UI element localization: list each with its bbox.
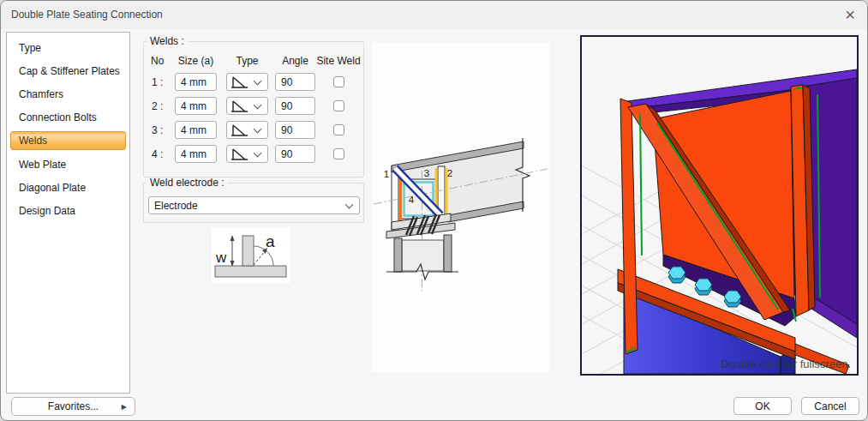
sidebar-item-label: Diagonal Plate <box>19 182 86 194</box>
sidebar-item-welds[interactable]: Welds <box>10 131 126 150</box>
weld-label-1: 1 <box>384 169 389 179</box>
fillet-weld-icon <box>229 123 249 137</box>
weld-angle-value: 90 <box>281 100 292 112</box>
weld-label-4: 4 <box>409 195 415 205</box>
fillet-weld-icon <box>229 147 249 161</box>
weld-size-input[interactable]: 4 mm <box>175 145 217 163</box>
sidebar-item-web-plate[interactable]: Web Plate <box>7 153 129 176</box>
site-weld-checkbox[interactable] <box>333 100 344 111</box>
weld-electrode-select[interactable]: Electrode <box>148 196 360 214</box>
weld-label-2: 2 <box>447 168 452 178</box>
fillet-weld-icon <box>229 75 249 89</box>
sidebar-item-label: Web Plate <box>19 159 66 171</box>
weld-angle-value: 90 <box>281 148 292 160</box>
weld-electrode-value: Electrode <box>149 200 198 212</box>
weld-size-input[interactable]: 4 mm <box>175 121 217 139</box>
viewport-3d[interactable]: Double click for fullscreen. <box>580 35 859 376</box>
sidebar-item-label: Cap & Stiffener Plates <box>19 65 120 77</box>
weld-electrode-group-title: Weld electrode : <box>147 177 228 189</box>
weld-size-value: 4 mm <box>181 124 207 136</box>
ok-label: OK <box>755 400 769 412</box>
connection-2d-drawing: 1 2 3 4 <box>372 42 549 372</box>
weld-angle-input[interactable]: 90 <box>275 73 315 91</box>
fullscreen-hint: Double click for fullscreen. <box>721 358 851 370</box>
sidebar-item-label: Welds <box>19 135 47 147</box>
column-header-no: No <box>151 55 164 67</box>
weld-size-value: 4 mm <box>181 148 207 160</box>
sidebar-item-diagonal-plate[interactable]: Diagonal Plate <box>7 176 129 199</box>
chevron-down-icon <box>254 125 262 134</box>
favorites-button[interactable]: Favorites... ▶ <box>11 397 135 416</box>
weld-size-value: 4 mm <box>181 100 207 112</box>
close-icon[interactable]: × <box>845 4 855 25</box>
weld-angle-input[interactable]: 90 <box>275 121 315 139</box>
sidebar-item-type[interactable]: Type <box>7 36 129 59</box>
a-label: a <box>266 232 275 250</box>
cancel-button[interactable]: Cancel <box>801 397 859 415</box>
weld-type-select[interactable] <box>226 121 268 139</box>
sidebar-item-chamfers[interactable]: Chamfers <box>7 82 129 105</box>
flyout-arrow-icon: ▶ <box>122 403 127 411</box>
weld-row-number: 2 : <box>152 97 171 116</box>
sidebar-item-label: Design Data <box>19 205 75 217</box>
sidebar-item-label: Connection Bolts <box>19 111 97 123</box>
a-dimension-line <box>254 250 266 265</box>
arrow-up <box>230 235 235 241</box>
double-plate-seating-connection-dialog: Double Plate Seating Connection × Type C… <box>0 0 868 421</box>
column-header-size: Size (a) <box>175 55 217 67</box>
chevron-down-icon <box>345 201 354 209</box>
sidebar-item-label: Type <box>19 42 41 54</box>
chevron-down-icon <box>254 101 262 110</box>
dialog-title: Double Plate Seating Connection <box>11 9 163 21</box>
site-weld-checkbox[interactable] <box>333 148 344 159</box>
chevron-down-icon <box>254 149 262 158</box>
base-plate-shape <box>215 266 286 277</box>
weld-size-input[interactable]: 4 mm <box>175 97 217 115</box>
weld-row-number: 4 : <box>152 145 171 164</box>
weld-row-number: 1 : <box>152 73 171 92</box>
weld-angle-value: 90 <box>281 124 292 136</box>
weld-row-number: 3 : <box>152 121 171 140</box>
column-header-site-weld: Site Weld <box>311 55 366 67</box>
cancel-label: Cancel <box>814 400 846 412</box>
column-header-type: Type <box>226 55 268 67</box>
ok-button[interactable]: OK <box>733 397 792 415</box>
w-label: w <box>215 250 227 266</box>
weld-type-select[interactable] <box>226 145 268 163</box>
weld-size-input[interactable]: 4 mm <box>175 73 217 91</box>
chevron-down-icon <box>254 77 262 86</box>
welds-group-title: Welds : <box>147 36 188 47</box>
favorites-label: Favorites... <box>48 400 99 412</box>
weld-label-3: 3 <box>424 168 429 178</box>
upright-plate-shape <box>242 236 254 266</box>
sidebar-item-label: Chamfers <box>19 88 63 100</box>
weld-size-value: 4 mm <box>181 76 207 88</box>
weld-angle-input[interactable]: 90 <box>275 97 315 115</box>
sidebar-item-cap-stiffener-plates[interactable]: Cap & Stiffener Plates <box>7 59 129 82</box>
weld-angle-value: 90 <box>281 76 292 88</box>
sidebar-item-design-data[interactable]: Design Data <box>7 199 129 222</box>
weld-angle-input[interactable]: 90 <box>275 145 315 163</box>
weld-size-illustration: w a <box>212 227 290 283</box>
fillet-weld-icon <box>229 99 249 113</box>
site-weld-checkbox[interactable] <box>333 124 344 135</box>
column-shape <box>386 235 458 280</box>
site-weld-checkbox[interactable] <box>333 76 344 87</box>
weld-type-select[interactable] <box>226 97 268 115</box>
sidebar-item-connection-bolts[interactable]: Connection Bolts <box>7 105 129 129</box>
weld-type-select[interactable] <box>226 73 268 91</box>
column-header-angle: Angle <box>275 55 315 67</box>
sidebar: Type Cap & Stiffener Plates Chamfers Con… <box>6 32 130 394</box>
titlebar: Double Plate Seating Connection × <box>1 1 867 29</box>
